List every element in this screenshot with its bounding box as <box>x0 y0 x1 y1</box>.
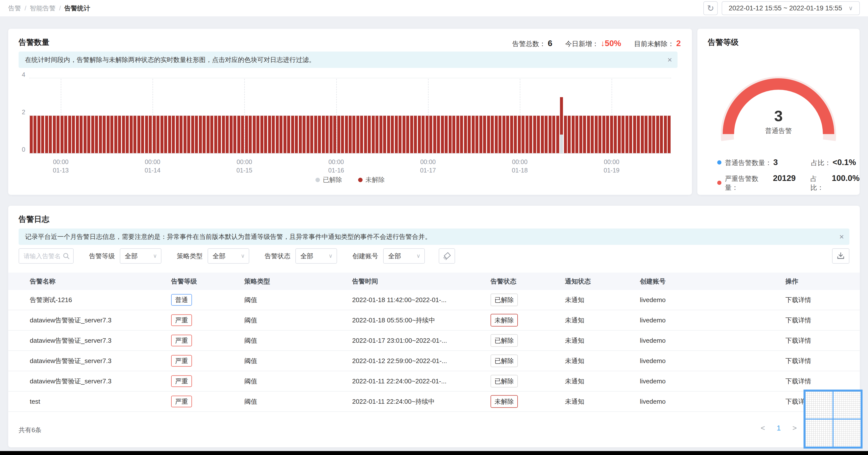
bar-segment-unresolved[interactable] <box>364 116 367 153</box>
bar-segment-unresolved[interactable] <box>652 116 655 153</box>
filter-select-alert-status[interactable]: 全部∨ <box>296 248 337 264</box>
bar-segment-unresolved[interactable] <box>203 116 206 153</box>
chart-bar[interactable] <box>652 116 655 153</box>
chart-bar[interactable] <box>133 116 136 153</box>
chart-bar[interactable] <box>498 116 501 153</box>
chart-bar[interactable] <box>53 116 56 153</box>
bar-segment-unresolved[interactable] <box>318 116 321 153</box>
chart-bar[interactable] <box>57 116 60 153</box>
bar-segment-unresolved[interactable] <box>645 116 648 153</box>
chart-bar[interactable] <box>495 116 498 153</box>
chart-bar[interactable] <box>91 116 94 153</box>
chart-bar[interactable] <box>502 116 505 153</box>
chart-bar[interactable] <box>395 116 398 153</box>
chart-bar[interactable] <box>475 116 478 153</box>
bar-segment-resolved[interactable] <box>560 135 563 153</box>
chart-bar[interactable] <box>387 116 390 153</box>
bar-segment-unresolved[interactable] <box>322 116 325 153</box>
bar-segment-unresolved[interactable] <box>253 116 256 153</box>
chart-bar[interactable] <box>460 116 463 153</box>
bar-segment-unresolved[interactable] <box>529 116 532 153</box>
bar-segment-unresolved[interactable] <box>629 116 632 153</box>
chart-bar[interactable] <box>418 116 421 153</box>
chart-bar[interactable] <box>307 116 310 153</box>
bar-segment-unresolved[interactable] <box>356 116 359 153</box>
bar-segment-unresolved[interactable] <box>303 116 306 153</box>
legend-item-1[interactable]: 未解除 <box>358 175 385 184</box>
bar-segment-unresolved[interactable] <box>122 116 125 153</box>
chart-bar[interactable] <box>210 116 213 153</box>
chart-bar[interactable] <box>72 116 75 153</box>
chart-bar[interactable] <box>337 116 340 153</box>
chart-bar[interactable] <box>322 116 325 153</box>
chart-bar[interactable] <box>399 116 402 153</box>
bar-segment-unresolved[interactable] <box>537 116 540 153</box>
bar-segment-unresolved[interactable] <box>556 116 559 153</box>
chart-bar[interactable] <box>472 116 475 153</box>
bar-segment-unresolved[interactable] <box>214 116 217 153</box>
bar-segment-unresolved[interactable] <box>145 116 148 153</box>
chart-bar[interactable] <box>207 116 210 153</box>
bar-segment-unresolved[interactable] <box>510 116 513 153</box>
chart-bar[interactable] <box>537 116 540 153</box>
bar-segment-unresolved[interactable] <box>352 116 355 153</box>
chart-bar[interactable] <box>448 116 452 153</box>
bar-segment-unresolved[interactable] <box>526 116 528 153</box>
bar-segment-unresolved[interactable] <box>222 116 225 153</box>
chart-bar[interactable] <box>130 116 133 153</box>
bar-segment-unresolved[interactable] <box>498 116 501 153</box>
bar-segment-unresolved[interactable] <box>256 116 259 153</box>
bar-segment-unresolved[interactable] <box>595 116 598 153</box>
bar-segment-unresolved[interactable] <box>295 116 298 153</box>
bar-segment-unresolved[interactable] <box>106 116 110 153</box>
chart-bar[interactable] <box>645 116 648 153</box>
chart-bar[interactable] <box>441 116 444 153</box>
refresh-button[interactable]: ↻ <box>703 1 718 15</box>
bar-segment-unresolved[interactable] <box>660 116 663 153</box>
chart-bar[interactable] <box>230 116 232 153</box>
chart-bar[interactable] <box>245 116 248 153</box>
bar-segment-unresolved[interactable] <box>191 116 194 153</box>
bar-segment-unresolved[interactable] <box>118 116 121 153</box>
bar-segment-unresolved[interactable] <box>87 116 90 153</box>
chart-bar[interactable] <box>452 116 455 153</box>
chart-bar[interactable] <box>549 116 552 153</box>
chart-bar[interactable] <box>30 116 33 153</box>
chart-bar[interactable] <box>122 116 125 153</box>
bar-segment-unresolved[interactable] <box>502 116 505 153</box>
alert-name-link[interactable]: dataview告警验证_server7.3 <box>30 377 111 386</box>
chart-bar[interactable] <box>583 116 586 153</box>
page-number[interactable]: 1 <box>775 424 782 432</box>
bar-segment-unresolved[interactable] <box>187 116 190 153</box>
bar-segment-unresolved[interactable] <box>330 116 333 153</box>
bar-segment-unresolved[interactable] <box>160 116 163 153</box>
bar-segment-unresolved[interactable] <box>164 116 167 153</box>
filter-select-policy-type[interactable]: 全部∨ <box>208 248 249 264</box>
chart-bar[interactable] <box>114 116 117 153</box>
chart-bar[interactable] <box>330 116 333 153</box>
bar-segment-unresolved[interactable] <box>99 116 102 153</box>
chart-bar[interactable] <box>383 116 386 153</box>
bar-segment-unresolved[interactable] <box>387 116 390 153</box>
chart-bar[interactable] <box>241 116 244 153</box>
chart-bar[interactable] <box>326 116 329 153</box>
bar-segment-unresolved[interactable] <box>195 116 198 153</box>
chart-bar[interactable] <box>187 116 190 153</box>
chart-bar[interactable] <box>637 116 640 153</box>
bar-segment-unresolved[interactable] <box>602 116 606 153</box>
chart-bar[interactable] <box>111 116 113 153</box>
download-detail-link[interactable]: 下载详情 <box>785 377 811 386</box>
chart-bar[interactable] <box>410 116 413 153</box>
bar-segment-unresolved[interactable] <box>30 116 33 153</box>
bar-segment-unresolved[interactable] <box>276 116 279 153</box>
bar-segment-unresolved[interactable] <box>210 116 213 153</box>
bar-segment-unresolved[interactable] <box>41 116 44 153</box>
chart-bar[interactable] <box>491 116 494 153</box>
bar-segment-unresolved[interactable] <box>456 116 459 153</box>
chart-bar[interactable] <box>333 116 336 153</box>
bar-segment-unresolved[interactable] <box>199 116 202 153</box>
chart-bar[interactable] <box>602 116 606 153</box>
bar-segment-unresolved[interactable] <box>272 116 275 153</box>
alert-name-link[interactable]: test <box>30 398 40 405</box>
bar-segment-unresolved[interactable] <box>491 116 494 153</box>
